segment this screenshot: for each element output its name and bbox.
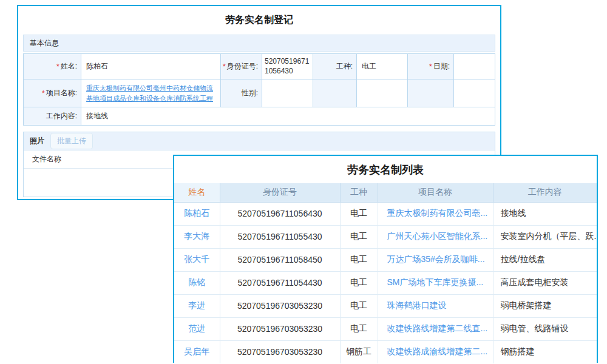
work-content-field[interactable]: 接地线	[81, 107, 495, 126]
worker-worktype-cell: 电工	[340, 225, 378, 248]
worker-work-cell: 弱电管、线路铺设	[493, 317, 597, 340]
id-number-field[interactable]: 520705196711056430	[262, 54, 313, 79]
worker-project-link[interactable]: 改建铁路线增建第二线直...	[387, 323, 488, 333]
worktype-field[interactable]: 电工	[357, 54, 408, 79]
column-header-name[interactable]: 姓名	[174, 183, 220, 202]
worker-name-link[interactable]: 张大千	[184, 254, 209, 264]
worker-worktype-cell: 电工	[340, 202, 378, 225]
worker-worktype-cell: 电工	[340, 271, 378, 294]
worker-name-link[interactable]: 陈柏石	[184, 208, 209, 218]
table-row: 陈柏石 520705196711056430 电工 重庆太极制药有限公司亳...…	[174, 202, 597, 225]
worker-id-cell: 520705196711054430	[220, 271, 340, 294]
column-header-work[interactable]: 工作内容	[493, 183, 597, 202]
worker-worktype-cell: 电工	[340, 294, 378, 317]
project-name-label: * 项目名称:	[24, 79, 81, 107]
project-name-field: 重庆太极制药有限公司亳州中药材仓储物流基地项目成品仓库和设备仓库消防系统工程	[81, 79, 221, 107]
worker-name-link[interactable]: 陈铭	[188, 277, 205, 287]
worker-id-cell: 520705196703053230	[220, 294, 340, 317]
registration-title: 劳务实名制登记	[23, 14, 495, 27]
gender-field[interactable]	[262, 79, 313, 107]
worker-project-link[interactable]: 改建铁路成渝线增建第二...	[387, 346, 488, 356]
work-content-label: 工作内容:	[24, 107, 81, 126]
column-header-worktype[interactable]: 工种	[340, 183, 378, 202]
batch-upload-button[interactable]: 批量上传	[50, 133, 93, 149]
table-row: 范进 520705196703053230 电工 改建铁路线增建第二线直... …	[174, 317, 597, 340]
list-title: 劳务实名制列表	[174, 156, 597, 183]
worker-work-cell: 弱电桥架搭建	[493, 294, 597, 317]
table-row: 吴启年 520705196703053230 钢筋工 改建铁路成渝线增建第二..…	[174, 340, 597, 363]
registration-form-grid: * 姓名: 陈柏石 * 身份证号: 520705196711056430 工种:…	[23, 53, 495, 126]
worker-table: 姓名 身份证号 工种 项目名称 工作内容 陈柏石 520705196711056…	[174, 183, 597, 363]
worker-work-cell: 钢筋搭建	[493, 340, 597, 363]
worker-work-cell: 安装室内分机（平层、跃...	[493, 225, 597, 248]
worker-project-link[interactable]: 珠海鹤港口建设	[387, 300, 447, 310]
worker-id-cell: 520705196703053230	[220, 340, 340, 363]
worker-project-link[interactable]: SM广场地下车库更换摄...	[387, 277, 484, 287]
empty-value-cell	[357, 79, 408, 107]
column-header-id[interactable]: 身份证号	[220, 183, 340, 202]
name-label: * 姓名:	[24, 54, 81, 79]
worker-name-link[interactable]: 李大海	[184, 231, 209, 241]
date-field[interactable]	[454, 54, 495, 79]
photo-section-bar: 照片 批量上传	[24, 132, 495, 150]
gender-label: 性别:	[221, 79, 262, 107]
date-label: * 日期:	[408, 54, 454, 79]
column-header-project[interactable]: 项目名称	[378, 183, 493, 202]
photo-label: 照片	[30, 136, 44, 146]
worker-work-cell: 高压成套电柜安装	[493, 271, 597, 294]
id-number-label: * 身份证号:	[221, 54, 262, 79]
required-star: *	[42, 89, 45, 98]
table-row: 李大海 520705196711055430 电工 广州天心苑小区智能化系...…	[174, 225, 597, 248]
worker-worktype-cell: 钢筋工	[340, 340, 378, 363]
worker-work-cell: 拉线/拉线盘	[493, 248, 597, 271]
worker-id-cell: 520705196703053230	[220, 317, 340, 340]
worker-id-cell: 520705196711055430	[220, 225, 340, 248]
worker-name-link[interactable]: 范进	[188, 323, 205, 333]
worker-project-link[interactable]: 广州天心苑小区智能化系...	[387, 231, 488, 241]
table-row: 李进 520705196703053230 电工 珠海鹤港口建设 弱电桥架搭建	[174, 294, 597, 317]
table-row: 张大千 520705196711058450 电工 万达广场35#会所及咖啡..…	[174, 248, 597, 271]
table-header-row: 姓名 身份证号 工种 项目名称 工作内容	[174, 183, 597, 202]
basic-info-label: 基本信息	[30, 38, 59, 49]
worker-worktype-cell: 电工	[340, 248, 378, 271]
worker-id-cell: 520705196711058450	[220, 248, 340, 271]
worker-work-cell: 接地线	[493, 202, 597, 225]
empty-label-cell	[408, 79, 454, 107]
required-star: *	[223, 62, 226, 71]
page-canvas: 劳务实名制登记 基本信息 * 姓名: 陈柏石 * 身份证号: 520705196…	[0, 0, 607, 364]
empty-value-cell	[454, 79, 495, 107]
required-star: *	[429, 62, 432, 71]
worker-worktype-cell: 电工	[340, 317, 378, 340]
table-row: 陈铭 520705196711054430 电工 SM广场地下车库更换摄... …	[174, 271, 597, 294]
worker-name-link[interactable]: 吴启年	[184, 346, 209, 356]
required-star: *	[56, 62, 59, 71]
project-name-link[interactable]: 重庆太极制药有限公司亳州中药材仓储物流基地项目成品仓库和设备仓库消防系统工程	[86, 83, 215, 103]
worktype-label: 工种:	[313, 54, 357, 79]
worker-id-cell: 520705196711056430	[220, 202, 340, 225]
list-panel: 劳务实名制列表 姓名 身份证号 工种 项目名称 工作内容 陈柏石 5207051…	[173, 155, 598, 363]
worker-project-link[interactable]: 重庆太极制药有限公司亳...	[387, 208, 488, 218]
empty-label-cell	[313, 79, 357, 107]
name-field[interactable]: 陈柏石	[81, 54, 221, 79]
worker-name-link[interactable]: 李进	[188, 300, 205, 310]
basic-info-section-bar: 基本信息	[23, 35, 495, 52]
worker-project-link[interactable]: 万达广场35#会所及咖啡...	[387, 254, 485, 264]
